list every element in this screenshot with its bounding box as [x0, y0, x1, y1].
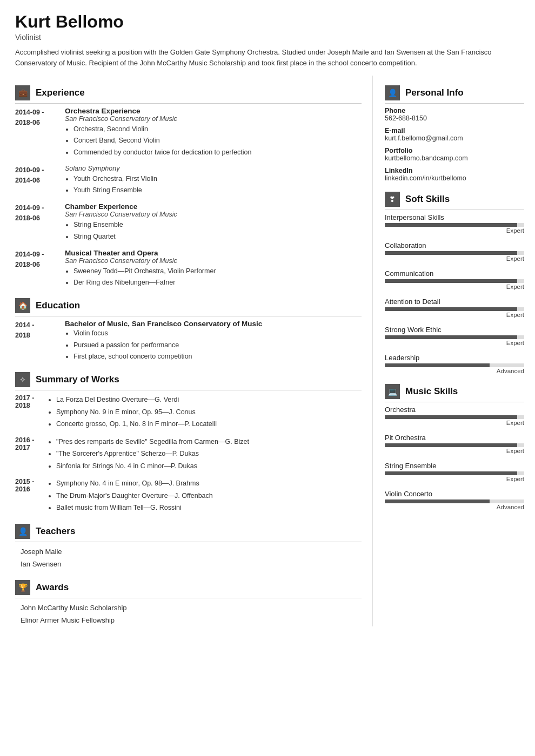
exp-bullet: Youth String Ensemble — [73, 185, 362, 196]
works-title: Summary of Works — [36, 374, 119, 385]
info-phone-label: Phone — [385, 107, 524, 114]
skill-item: Attention to Detail Expert — [385, 298, 524, 318]
exp-dates-4: 2014-09 - 2018-06 — [15, 249, 59, 289]
skill-bar-fill — [385, 443, 517, 447]
exp-bullet: Concert Band, Second Violin — [73, 135, 362, 146]
teachers-title: Teachers — [36, 526, 75, 537]
skill-bar-fill — [385, 279, 517, 283]
teachers-section-header: 👤 Teachers — [15, 524, 362, 542]
edu-content-1: Bachelor of Music, San Francisco Conserv… — [65, 320, 362, 362]
skill-bar-bg — [385, 500, 524, 503]
music-skills-title: Music Skills — [405, 386, 458, 397]
skill-bar-bg — [385, 363, 524, 367]
teachers-icon: 👤 — [15, 524, 30, 539]
skill-item: Pit Orchestra Expert — [385, 434, 524, 454]
skill-bar-fill — [385, 363, 490, 367]
skill-label: Attention to Detail — [385, 298, 524, 306]
personal-info-icon: 👤 — [385, 85, 400, 100]
edu-bullet: First place, school concerto competition — [73, 351, 362, 362]
skill-item: Collaboration Expert — [385, 241, 524, 262]
skill-label: Interpersonal Skills — [385, 213, 524, 221]
info-portfolio-label: Portfolio — [385, 147, 524, 154]
skill-bar-fill — [385, 307, 517, 311]
skill-bar-fill — [385, 223, 517, 227]
awards-title: Awards — [36, 582, 69, 593]
skill-level: Expert — [385, 255, 524, 262]
awards-section-header: 🏆 Awards — [15, 580, 362, 598]
works-bullets-1: La Forza Del Destino Overture—G. Verdi S… — [56, 394, 362, 430]
music-skills-bars: Orchestra Expert Pit Orchestra Expert St… — [385, 406, 524, 510]
candidate-name: Kurt Bellomo — [15, 12, 520, 32]
skill-bar-bg — [385, 223, 524, 227]
works-bullet: Sinfonia for Strings No. 4 in C minor—P.… — [56, 460, 362, 473]
header-section: Kurt Bellomo Violinist Accomplished viol… — [0, 0, 535, 76]
skill-bar-bg — [385, 251, 524, 255]
skill-bar-bg — [385, 307, 524, 311]
exp-entry-1: 2014-09 - 2018-06 Orchestra Experience S… — [15, 107, 362, 158]
soft-skills-header: ❣ Soft Skills — [385, 192, 524, 210]
skill-bar-fill — [385, 500, 490, 503]
skill-level: Expert — [385, 227, 524, 234]
edu-entry-1: 2014 - 2018 Bachelor of Music, San Franc… — [15, 320, 362, 362]
exp-bullet: Commended by conductor twice for dedicat… — [73, 147, 362, 158]
skill-item: Leadership Advanced — [385, 354, 524, 374]
skill-item: String Ensemble Expert — [385, 462, 524, 482]
personal-info-title: Personal Info — [405, 87, 464, 98]
exp-dates-1: 2014-09 - 2018-06 — [15, 107, 59, 158]
info-portfolio-value: kurtbellomo.bandcamp.com — [385, 154, 524, 162]
exp-bullets-1: Orchestra, Second Violin Concert Band, S… — [73, 124, 362, 158]
experience-title: Experience — [36, 87, 85, 98]
exp-content-2: Solano Symphony Youth Orchestra, First V… — [65, 165, 362, 197]
info-phone-value: 562-688-8150 — [385, 114, 524, 122]
works-bullets-3: Symphony No. 4 in E minor, Op. 98—J. Bra… — [56, 477, 362, 514]
exp-dates-2: 2010-09 - 2014-06 — [15, 165, 59, 197]
skill-item: Strong Work Ethic Expert — [385, 326, 524, 346]
works-bullet: Symphony No. 9 in E minor, Op. 95—J. Con… — [56, 406, 362, 418]
skill-label: Orchestra — [385, 406, 524, 414]
exp-bullet: Youth Orchestra, First Violin — [73, 173, 362, 185]
skill-label: Leadership — [385, 354, 524, 362]
skill-bar-bg — [385, 415, 524, 419]
experience-icon: 💼 — [15, 85, 30, 100]
skill-label: Pit Orchestra — [385, 434, 524, 442]
soft-skills-bars: Interpersonal Skills Expert Collaboratio… — [385, 213, 524, 374]
soft-skills-title: Soft Skills — [405, 194, 450, 205]
works-bullet: La Forza Del Destino Overture—G. Verdi — [56, 394, 362, 406]
skill-bar-bg — [385, 443, 524, 447]
skill-level: Advanced — [385, 504, 524, 510]
exp-bullet: Orchestra, Second Violin — [73, 124, 362, 135]
skill-item: Interpersonal Skills Expert — [385, 213, 524, 234]
info-email-label: E-mail — [385, 127, 524, 134]
education-title: Education — [36, 300, 80, 311]
music-skills-header: 💻 Music Skills — [385, 384, 524, 402]
info-linkedin: LinkedIn linkedin.com/in/kurtbellomo — [385, 167, 524, 182]
exp-bullet: String Ensemble — [73, 219, 362, 231]
edu-bullets-1: Violin focus Pursued a passion for perfo… — [73, 328, 362, 362]
skill-bar-bg — [385, 335, 524, 339]
award-item-1: John McCarthy Music Scholarship — [15, 602, 362, 614]
works-bullet: Ballet music from William Tell—G. Rossin… — [56, 502, 362, 514]
works-section-header: ✧ Summary of Works — [15, 372, 362, 390]
skill-item: Violin Concerto Advanced — [385, 490, 524, 510]
skill-label: Collaboration — [385, 241, 524, 249]
skill-level: Expert — [385, 340, 524, 346]
exp-title-4: Musical Theater and Opera — [65, 249, 362, 257]
skill-bar-bg — [385, 471, 524, 475]
experience-section-header: 💼 Experience — [15, 85, 362, 104]
exp-entry-3: 2014-09 - 2018-06 Chamber Experience San… — [15, 202, 362, 242]
skill-level: Expert — [385, 312, 524, 318]
works-dates-1: 2017 - 2018 — [15, 394, 48, 430]
exp-content-4: Musical Theater and Opera San Francisco … — [65, 249, 362, 289]
skill-bar-fill — [385, 335, 517, 339]
candidate-subtitle: Violinist — [15, 33, 520, 42]
skill-level: Expert — [385, 284, 524, 290]
exp-title-3: Chamber Experience — [65, 202, 362, 211]
exp-org-3: San Francisco Conservatory of Music — [65, 211, 362, 218]
skill-level: Advanced — [385, 368, 524, 374]
skill-level: Expert — [385, 448, 524, 454]
skill-bar-fill — [385, 251, 517, 255]
skill-level: Expert — [385, 420, 524, 426]
teacher-item-1: Joseph Maile — [15, 545, 362, 558]
exp-org-2: Solano Symphony — [65, 165, 362, 172]
award-item-2: Elinor Armer Music Fellowship — [15, 614, 362, 626]
